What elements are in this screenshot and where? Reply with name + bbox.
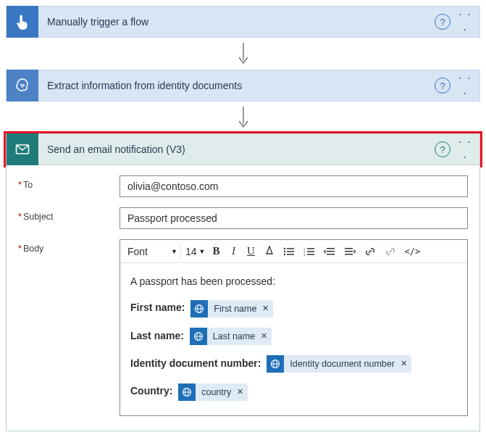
touch-icon: [7, 6, 38, 38]
svg-rect-12: [287, 251, 294, 252]
link-button[interactable]: [361, 244, 380, 260]
help-icon[interactable]: ?: [435, 78, 451, 94]
step-highlight-frame: Send an email notification (V3) ? · · ·: [4, 131, 482, 167]
dynamic-token[interactable]: country ✕: [178, 383, 248, 401]
token-remove-icon[interactable]: ✕: [261, 330, 267, 343]
field-label: *Body: [18, 239, 120, 254]
field-subject: *Subject: [18, 207, 468, 229]
body-line: Last name: Last name ✕: [130, 328, 457, 345]
body-line: First name: First name ✕: [130, 299, 457, 317]
token-remove-icon[interactable]: ✕: [237, 386, 243, 399]
token-remove-icon[interactable]: ✕: [262, 302, 269, 315]
field-label: *Subject: [18, 207, 120, 222]
svg-rect-22: [327, 251, 335, 252]
help-icon[interactable]: ?: [435, 141, 451, 157]
token-icon: [190, 300, 208, 318]
bullet-list-button[interactable]: [280, 244, 298, 259]
step-title: Manually trigger a flow: [38, 16, 435, 28]
outdent-button[interactable]: [320, 244, 339, 259]
color-button[interactable]: [261, 244, 278, 260]
svg-rect-18: [307, 251, 314, 252]
code-view-button[interactable]: </>: [401, 244, 424, 259]
help-icon[interactable]: ?: [435, 14, 451, 30]
step-title: Send an email notification (V3): [38, 144, 435, 155]
font-size-select[interactable]: 14▼: [184, 244, 207, 259]
more-icon[interactable]: · · ·: [455, 134, 479, 165]
dynamic-token[interactable]: First name ✕: [190, 300, 273, 318]
connector-arrow: [6, 38, 480, 70]
field-body: *Body Font▼ 14▼ B I U 123 </> A passport…: [18, 239, 468, 416]
font-select[interactable]: Font▼: [125, 244, 181, 259]
number-list-button[interactable]: 123: [300, 244, 319, 259]
step-title: Extract information from identity docume…: [38, 80, 435, 91]
cognitive-icon: [7, 70, 38, 101]
body-line: Identity document number: Identity docum…: [130, 355, 457, 373]
token-remove-icon[interactable]: ✕: [401, 357, 407, 370]
connector-arrow: [6, 101, 480, 133]
svg-rect-23: [327, 254, 335, 255]
token-icon: [190, 328, 207, 345]
email-form-panel: *To *Subject *Body Font▼ 14▼ B I U 123 <…: [6, 165, 480, 431]
indent-button[interactable]: [340, 244, 359, 259]
body-content[interactable]: A passport has been processed: First nam…: [120, 263, 467, 415]
mail-icon: [7, 133, 38, 165]
svg-point-9: [283, 247, 285, 249]
italic-button[interactable]: I: [226, 243, 242, 260]
svg-rect-10: [287, 248, 294, 249]
dynamic-token[interactable]: Identity document number ✕: [267, 355, 411, 373]
more-icon[interactable]: · · ·: [455, 7, 479, 37]
field-label: *To: [18, 175, 120, 190]
more-icon[interactable]: · · ·: [455, 70, 479, 101]
step-manual-trigger[interactable]: Manually trigger a flow ? · · ·: [6, 6, 480, 38]
editor-toolbar: Font▼ 14▼ B I U 123 </>: [120, 240, 467, 263]
subject-input[interactable]: [120, 207, 468, 229]
bold-button[interactable]: B: [209, 243, 225, 260]
svg-text:3: 3: [303, 253, 306, 257]
dynamic-token[interactable]: Last name ✕: [190, 328, 272, 345]
svg-rect-16: [307, 248, 314, 249]
to-input[interactable]: [120, 175, 468, 197]
svg-rect-21: [327, 248, 335, 249]
svg-rect-14: [287, 254, 294, 255]
token-icon: [267, 355, 284, 373]
body-intro: A passport has been processed:: [130, 273, 457, 289]
body-line: Country: country ✕: [130, 383, 457, 400]
step-extract-id-docs[interactable]: Extract information from identity docume…: [6, 70, 480, 101]
token-icon: [178, 383, 196, 401]
svg-rect-26: [345, 254, 353, 255]
body-editor: Font▼ 14▼ B I U 123 </> A passport has b…: [120, 239, 468, 416]
underline-button[interactable]: U: [243, 243, 259, 260]
step-send-email[interactable]: Send an email notification (V3) ? · · ·: [6, 133, 480, 165]
svg-point-13: [283, 253, 285, 254]
field-to: *To: [18, 175, 468, 197]
svg-rect-20: [307, 254, 314, 255]
unlink-button[interactable]: [381, 244, 400, 260]
svg-rect-25: [345, 251, 353, 252]
svg-rect-24: [345, 248, 353, 249]
svg-point-11: [283, 250, 285, 252]
